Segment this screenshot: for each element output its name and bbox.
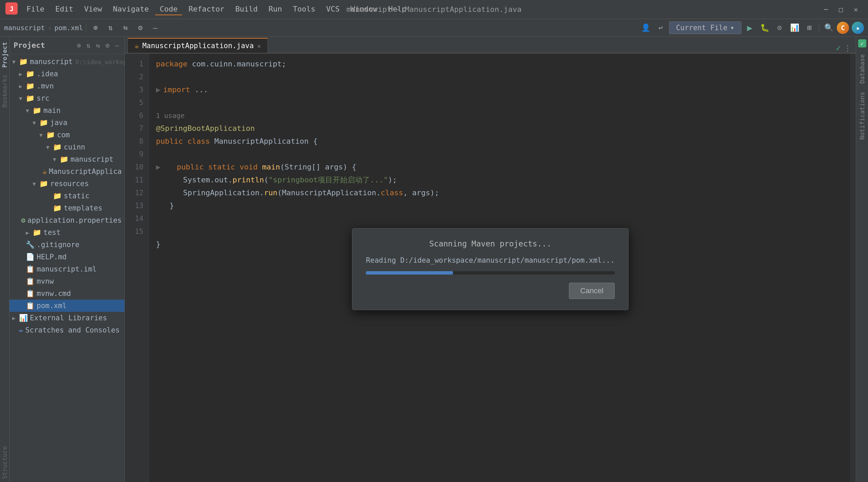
- search-button[interactable]: 🔍: [822, 21, 835, 35]
- md-icon: 📄: [26, 253, 35, 261]
- tree-label: application.properties: [27, 216, 122, 224]
- code-line-7: public class ManuscriptApplication {: [156, 135, 850, 148]
- close-panel-button[interactable]: —: [149, 21, 162, 35]
- folder-icon: 📁: [53, 192, 62, 200]
- collapse-button[interactable]: ⇆: [119, 21, 132, 35]
- sidebar-collapse-icon[interactable]: ⇆: [95, 40, 101, 51]
- tree-arrow: ▶: [19, 71, 26, 77]
- settings-button[interactable]: ⚙: [134, 21, 147, 35]
- menu-edit[interactable]: Edit: [51, 3, 78, 15]
- tree-item-iml[interactable]: 📋 manuscript.iml: [9, 263, 124, 275]
- tree-item-mvn[interactable]: ▶ 📁 .mvn: [9, 80, 124, 92]
- tree-item-manuscript[interactable]: ▼ 📁 manuscript D:\idea_workspace\manus: [9, 56, 124, 68]
- breadcrumb-pom[interactable]: pom.xml: [54, 24, 83, 32]
- tree-item-pom-xml[interactable]: 📋 pom.xml: [9, 300, 124, 312]
- method-fold-icon[interactable]: ▶: [156, 161, 160, 174]
- menu-vcs[interactable]: VCS: [321, 3, 344, 15]
- tree-item-help-md[interactable]: 📄 HELP.md: [9, 251, 124, 263]
- tab-label: ManuscriptApplication.java: [142, 42, 254, 50]
- add-button[interactable]: ⊕: [89, 21, 102, 35]
- debug-button[interactable]: 🐛: [758, 21, 771, 35]
- tree-item-main[interactable]: ▼ 📁 main: [9, 104, 124, 117]
- project-tab[interactable]: Project: [0, 39, 9, 71]
- fold-icon[interactable]: ▶: [156, 83, 160, 96]
- tree-item-idea[interactable]: ▶ 📁 .idea: [9, 68, 124, 80]
- tree-arrow: ▶: [26, 229, 33, 236]
- tree-item-manuscript-app[interactable]: ☕ ManuscriptApplica: [9, 165, 124, 178]
- tree-item-cuinn[interactable]: ▼ 📁 cuinn: [9, 141, 124, 153]
- sidebar-settings-icon[interactable]: ⚙: [104, 40, 111, 51]
- tree-item-resources[interactable]: ▼ 📁 resources: [9, 178, 124, 190]
- menu-code[interactable]: Code: [155, 3, 182, 15]
- folder-icon: 📁: [26, 70, 35, 78]
- tree-item-com[interactable]: ▼ 📁 com: [9, 129, 124, 141]
- editor-tab-bar: ☕ ManuscriptApplication.java ✕ ✓ ⋮: [125, 37, 856, 54]
- sidebar-title: Project: [14, 41, 76, 49]
- folder-icon: 📁: [46, 131, 55, 139]
- menu-view[interactable]: View: [79, 3, 107, 15]
- menu-build[interactable]: Build: [231, 3, 262, 15]
- code-line-3: ▶ import ...: [156, 83, 850, 96]
- cancel-button[interactable]: Cancel: [569, 283, 614, 299]
- coverage-button[interactable]: ⊙: [773, 21, 786, 35]
- folder-icon: 📁: [53, 143, 62, 151]
- tree-item-java[interactable]: ▼ 📁 java: [9, 117, 124, 129]
- tree-item-manuscript-pkg[interactable]: ▼ 📁 manuscript: [9, 153, 124, 165]
- tree-item-gitignore[interactable]: 🔧 .gitignore: [9, 239, 124, 251]
- run-button[interactable]: ▶: [743, 21, 756, 35]
- profiler-button[interactable]: 📊: [788, 21, 801, 35]
- tree-item-src[interactable]: ▼ 📁 src: [9, 92, 124, 104]
- user-avatar[interactable]: C: [837, 22, 849, 34]
- editor-tab-manuscript-app[interactable]: ☕ ManuscriptApplication.java ✕: [127, 38, 268, 53]
- back-button[interactable]: ↩: [654, 21, 668, 35]
- breadcrumb-manuscript[interactable]: manuscript: [4, 24, 45, 32]
- maximize-button[interactable]: □: [834, 3, 848, 16]
- code-line-11: SpringApplication. run (ManuscriptApplic…: [156, 186, 850, 199]
- tree-item-mvnw[interactable]: 📋 mvnw: [9, 275, 124, 287]
- folder-icon: 📁: [39, 119, 48, 127]
- pom-xml-icon: 📋: [26, 302, 35, 310]
- tree-item-scratches[interactable]: ✏ Scratches and Consoles: [9, 324, 124, 336]
- ext-libs-icon: 📊: [19, 314, 28, 322]
- tree-item-static[interactable]: 📁 static: [9, 190, 124, 202]
- tree-item-test[interactable]: ▶ 📁 test: [9, 226, 124, 239]
- tree-item-app-properties[interactable]: ⚙ application.properties: [9, 214, 124, 226]
- expand-button[interactable]: ⇅: [104, 21, 117, 35]
- tree-arrow: ▼: [39, 132, 46, 138]
- tree-label: templates: [64, 204, 102, 212]
- run-config-dropdown[interactable]: Current File ▾: [669, 21, 742, 34]
- tree-label: Scratches and Consoles: [25, 326, 120, 334]
- more-actions-icon[interactable]: ⋮: [844, 43, 852, 53]
- bookmark-button[interactable]: ⊞: [803, 21, 816, 35]
- sidebar-add-icon[interactable]: ⊕: [76, 40, 82, 51]
- line-numbers: 1 2 3 5 6 7 8 9 10 11 12 13 14 15: [125, 54, 149, 482]
- notifications-tab[interactable]: Notifications: [857, 88, 867, 144]
- menu-navigate[interactable]: Navigate: [108, 3, 154, 15]
- tree-label: .gitignore: [37, 241, 79, 249]
- structure-tab[interactable]: Structure: [0, 443, 9, 482]
- folder-icon: 📁: [19, 58, 28, 66]
- sidebar-close-icon[interactable]: —: [114, 40, 120, 51]
- vertical-scrollbar[interactable]: [850, 54, 856, 482]
- menu-run[interactable]: Run: [264, 3, 287, 15]
- menu-file[interactable]: File: [22, 3, 49, 15]
- bookmarks-tab[interactable]: Bookmarks: [0, 72, 9, 111]
- scratches-icon: ✏: [19, 326, 23, 334]
- share-button[interactable]: 👤: [639, 21, 653, 35]
- menu-refactor[interactable]: Refactor: [184, 3, 229, 15]
- tree-arrow: ▶: [19, 83, 26, 89]
- second-avatar[interactable]: ★: [852, 22, 864, 34]
- tree-item-templates[interactable]: 📁 templates: [9, 202, 124, 214]
- minimize-button[interactable]: ─: [819, 3, 833, 16]
- tree-arrow: ▼: [19, 95, 26, 102]
- tree-item-mvnw-cmd[interactable]: 📋 mvnw.cmd: [9, 287, 124, 300]
- menu-tools[interactable]: Tools: [288, 3, 320, 15]
- folder-icon: 📁: [26, 94, 35, 102]
- iml-icon: 📋: [26, 265, 35, 273]
- mvnw-icon: 📋: [26, 277, 35, 285]
- close-button[interactable]: ✕: [849, 3, 863, 16]
- tree-item-ext-libs[interactable]: ▶ 📊 External Libraries: [9, 312, 124, 324]
- database-tab[interactable]: Database: [857, 50, 867, 88]
- tab-close-button[interactable]: ✕: [257, 42, 261, 49]
- sidebar-expand-icon[interactable]: ⇅: [85, 40, 92, 51]
